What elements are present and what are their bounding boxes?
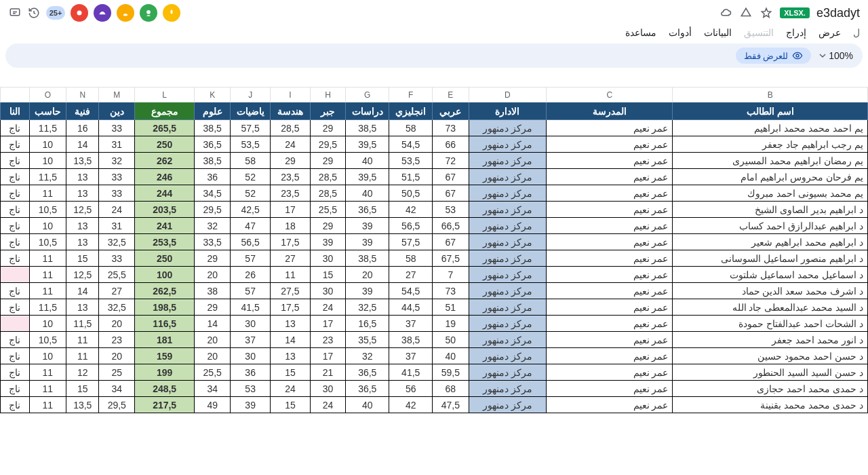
cell[interactable]: 265,5 xyxy=(135,120,195,136)
cell[interactable]: 11,5 xyxy=(29,299,66,316)
table-row[interactable]: ناج111427262,5385727,5303954,573مركز دمن… xyxy=(1,283,868,299)
cell[interactable]: 262 xyxy=(135,153,195,169)
cell[interactable]: 32 xyxy=(99,153,135,169)
cell[interactable]: 13 xyxy=(66,218,99,234)
cell[interactable]: 32 xyxy=(195,218,231,234)
collaborators-badge[interactable]: 25+ xyxy=(46,6,65,20)
cell[interactable]: 38,5 xyxy=(346,120,389,136)
cell[interactable]: ناج xyxy=(1,153,30,169)
cell[interactable]: 17 xyxy=(271,202,311,218)
menu-more[interactable]: ل xyxy=(853,27,860,38)
cell[interactable]: عمر نعيم xyxy=(546,283,672,299)
cell[interactable]: 36,5 xyxy=(346,381,389,397)
cell[interactable]: 53,5 xyxy=(231,136,271,153)
cell[interactable]: 14 xyxy=(271,332,311,348)
cell[interactable]: 14 xyxy=(66,136,99,153)
cell[interactable]: 37 xyxy=(389,348,433,364)
avatar-5[interactable] xyxy=(163,4,180,22)
cell[interactable]: 13,5 xyxy=(66,397,99,413)
cell[interactable]: 44,5 xyxy=(389,299,433,316)
cell[interactable]: مركز دمنهور xyxy=(469,381,546,397)
history-icon[interactable] xyxy=(27,6,41,20)
cell[interactable]: 53 xyxy=(433,202,469,218)
cell[interactable]: 54,5 xyxy=(389,283,433,299)
cell[interactable]: عمر نعيم xyxy=(546,332,672,348)
cell[interactable]: 36 xyxy=(195,169,231,185)
cell[interactable]: 29 xyxy=(195,299,231,316)
cell[interactable]: ناج xyxy=(1,185,30,202)
cell[interactable]: 217,5 xyxy=(135,397,195,413)
cell[interactable]: مركز دمنهور xyxy=(469,267,546,283)
cell[interactable]: 42 xyxy=(389,202,433,218)
cell[interactable]: مركز دمنهور xyxy=(469,397,546,413)
cell[interactable]: 39 xyxy=(231,397,271,413)
cell[interactable]: 49 xyxy=(195,397,231,413)
cell[interactable]: 73 xyxy=(433,120,469,136)
cell[interactable]: 57,5 xyxy=(231,120,271,136)
cell[interactable]: 24 xyxy=(271,381,311,397)
cell[interactable]: 53 xyxy=(231,381,271,397)
cell[interactable]: د اسماعيل محمد اسماعيل شلتوت xyxy=(673,267,868,283)
cell[interactable]: 27 xyxy=(99,283,135,299)
cell[interactable]: 56,5 xyxy=(389,218,433,234)
cell[interactable]: مركز دمنهور xyxy=(469,136,546,153)
cell[interactable]: ناج xyxy=(1,202,30,218)
cell[interactable]: 28,5 xyxy=(310,169,346,185)
cell[interactable]: 52 xyxy=(231,169,271,185)
document-title[interactable]: e3dadyt xyxy=(816,6,860,20)
menu-help[interactable]: مساعدة xyxy=(625,27,656,38)
cell[interactable]: مركز دمنهور xyxy=(469,120,546,136)
cell[interactable]: 34 xyxy=(99,381,135,397)
cell[interactable]: 23,5 xyxy=(271,185,311,202)
avatar-4[interactable] xyxy=(140,4,157,22)
col-C[interactable]: C xyxy=(546,88,672,102)
cell[interactable]: 27,5 xyxy=(271,283,311,299)
table-row[interactable]: ناج11,51633265,538,557,528,52938,55873مر… xyxy=(1,120,868,136)
cell[interactable]: مركز دمنهور xyxy=(469,348,546,364)
cell[interactable]: د ابراهيم منصور اسماعيل السوسانى xyxy=(673,250,868,267)
cloud-icon[interactable] xyxy=(719,6,732,20)
cell[interactable]: 262,5 xyxy=(135,283,195,299)
cell[interactable]: عمر نعيم xyxy=(546,364,672,381)
cell[interactable]: 11 xyxy=(29,267,66,283)
cell[interactable]: 21 xyxy=(310,364,346,381)
cell[interactable]: 24 xyxy=(271,136,311,153)
cell[interactable]: 58 xyxy=(231,153,271,169)
cell[interactable]: 32 xyxy=(346,348,389,364)
cell[interactable]: د اشرف محمد سعد الدين حماد xyxy=(673,283,868,299)
cell[interactable]: 29,5 xyxy=(99,397,135,413)
cell[interactable]: 159 xyxy=(135,348,195,364)
cell[interactable]: مركز دمنهور xyxy=(469,316,546,332)
cell[interactable]: ناج xyxy=(1,381,30,397)
cell[interactable]: 19 xyxy=(433,316,469,332)
col-B[interactable]: B xyxy=(673,88,868,102)
cell[interactable]: 58 xyxy=(389,120,433,136)
cell[interactable]: 25,5 xyxy=(310,202,346,218)
cell[interactable]: 36,5 xyxy=(195,136,231,153)
menu-view[interactable]: عرض xyxy=(818,27,841,38)
cell[interactable]: 12 xyxy=(66,364,99,381)
cell[interactable]: 20 xyxy=(195,332,231,348)
cell[interactable]: 38 xyxy=(195,283,231,299)
cell[interactable]: 67 xyxy=(433,234,469,250)
table-row[interactable]: ناج10,512,524203,529,542,51725,536,54253… xyxy=(1,202,868,218)
cell[interactable]: د ابراهيم بدير الصاوى الشيخ xyxy=(673,202,868,218)
cell[interactable]: 50,5 xyxy=(389,185,433,202)
cell[interactable]: 15 xyxy=(66,250,99,267)
cell[interactable]: 29 xyxy=(310,120,346,136)
cell[interactable]: 30 xyxy=(310,250,346,267)
cell[interactable]: 29 xyxy=(195,250,231,267)
cell[interactable]: 11 xyxy=(29,364,66,381)
cell[interactable]: 39 xyxy=(346,283,389,299)
table-row[interactable]: ناج10112015920301317323740مركز دمنهورعمر… xyxy=(1,348,868,364)
cell[interactable]: 56,5 xyxy=(231,234,271,250)
cell[interactable]: 17 xyxy=(310,316,346,332)
cell[interactable]: 20 xyxy=(195,348,231,364)
cell[interactable]: 11 xyxy=(29,185,66,202)
cell[interactable]: 253,5 xyxy=(135,234,195,250)
cell[interactable]: 38,5 xyxy=(346,250,389,267)
view-only-pill[interactable]: للعرض فقط xyxy=(736,48,812,64)
cell[interactable]: 10 xyxy=(29,136,66,153)
cell[interactable]: 11 xyxy=(29,250,66,267)
cell[interactable]: 11,5 xyxy=(29,169,66,185)
